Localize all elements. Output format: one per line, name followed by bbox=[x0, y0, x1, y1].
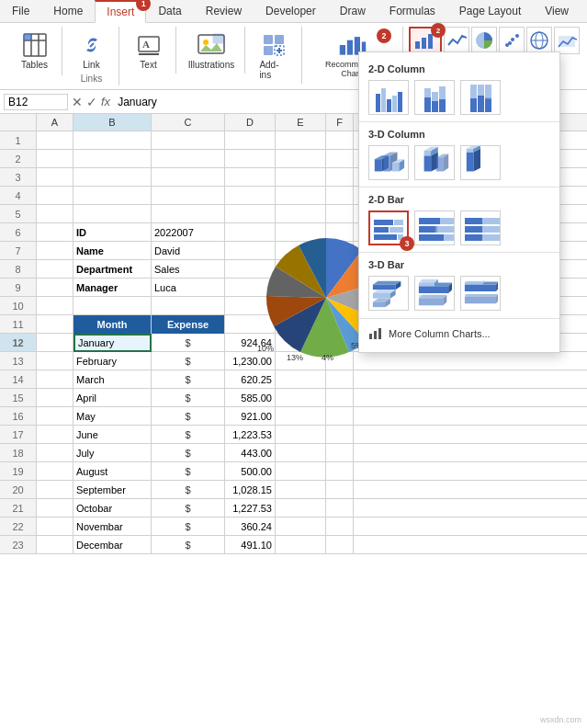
tab-page-layout[interactable]: Page Layout bbox=[447, 0, 533, 22]
cell-e22[interactable] bbox=[276, 518, 326, 536]
cell-b18[interactable]: July bbox=[73, 444, 152, 462]
stacked-bar-thumb[interactable] bbox=[414, 210, 455, 245]
cell-c17[interactable]: $ bbox=[152, 426, 225, 444]
cell-f15[interactable] bbox=[326, 389, 354, 407]
col-header-a[interactable]: A bbox=[37, 114, 73, 131]
tab-data[interactable]: Data bbox=[146, 0, 193, 22]
cell-f17[interactable] bbox=[326, 426, 354, 444]
cell-e5[interactable] bbox=[276, 205, 326, 223]
tab-file[interactable]: File bbox=[0, 0, 41, 22]
cell-c9[interactable]: Luca bbox=[152, 279, 225, 297]
cell-c14[interactable]: $ bbox=[152, 370, 225, 389]
cell-c2[interactable] bbox=[152, 150, 225, 168]
illustrations-button[interactable]: Illustrations bbox=[183, 28, 241, 72]
cell-c7[interactable]: David bbox=[152, 242, 225, 260]
cell-e21[interactable] bbox=[276, 499, 326, 518]
cell-b8[interactable]: Department bbox=[73, 260, 152, 279]
column-chart-button[interactable]: 2 bbox=[409, 27, 442, 54]
cell-b9[interactable]: Manager bbox=[73, 279, 152, 297]
col-header-c[interactable]: C bbox=[152, 114, 225, 131]
tables-button[interactable]: Tables bbox=[15, 28, 55, 72]
3d-clustered-bar-thumb[interactable] bbox=[368, 276, 409, 311]
cell-c3[interactable] bbox=[152, 168, 225, 187]
cell-b2[interactable] bbox=[73, 150, 152, 168]
cell-f23[interactable] bbox=[326, 536, 354, 554]
cell-f18[interactable] bbox=[326, 444, 354, 462]
cell-b1[interactable] bbox=[73, 131, 152, 150]
cell-a21[interactable] bbox=[37, 499, 73, 518]
cell-d5[interactable] bbox=[225, 205, 276, 223]
cell-c15[interactable]: $ bbox=[152, 389, 225, 407]
cell-f4[interactable] bbox=[326, 187, 354, 205]
cell-b11[interactable]: Month bbox=[73, 315, 152, 334]
cell-a8[interactable] bbox=[37, 260, 73, 279]
cell-d3[interactable] bbox=[225, 168, 276, 187]
cell-b3[interactable] bbox=[73, 168, 152, 187]
cell-c16[interactable]: $ bbox=[152, 407, 225, 426]
cell-b4[interactable] bbox=[73, 187, 152, 205]
cell-a4[interactable] bbox=[37, 187, 73, 205]
cell-f3[interactable] bbox=[326, 168, 354, 187]
cell-a6[interactable] bbox=[37, 223, 73, 242]
cell-b16[interactable]: May bbox=[73, 407, 152, 426]
tab-insert[interactable]: Insert 1 bbox=[95, 0, 146, 23]
cell-f14[interactable] bbox=[326, 370, 354, 389]
cell-e14[interactable] bbox=[276, 370, 326, 389]
cell-b14[interactable]: March bbox=[73, 370, 152, 389]
cell-b5[interactable] bbox=[73, 205, 152, 223]
cell-a7[interactable] bbox=[37, 242, 73, 260]
cell-f20[interactable] bbox=[326, 481, 354, 499]
cell-a5[interactable] bbox=[37, 205, 73, 223]
cell-d2[interactable] bbox=[225, 150, 276, 168]
cell-c21[interactable]: $ bbox=[152, 499, 225, 518]
cell-e23[interactable] bbox=[276, 536, 326, 554]
cell-c10[interactable] bbox=[152, 297, 225, 315]
cell-e2[interactable] bbox=[276, 150, 326, 168]
cell-b7[interactable]: Name bbox=[73, 242, 152, 260]
cell-a1[interactable] bbox=[37, 131, 73, 150]
cell-d17[interactable]: 1,223.53 bbox=[225, 426, 276, 444]
clustered-column-thumb[interactable] bbox=[368, 80, 409, 115]
col-header-f[interactable]: F bbox=[326, 114, 354, 131]
cell-b17[interactable]: June bbox=[73, 426, 152, 444]
3d-clustered-column-thumb[interactable] bbox=[368, 145, 409, 180]
cell-d4[interactable] bbox=[225, 187, 276, 205]
cell-b21[interactable]: Octobar bbox=[73, 499, 152, 518]
cell-d22[interactable]: 360.24 bbox=[225, 518, 276, 536]
cell-b15[interactable]: April bbox=[73, 389, 152, 407]
cell-a9[interactable] bbox=[37, 279, 73, 297]
clustered-bar-thumb[interactable]: 3 bbox=[368, 210, 409, 245]
cell-a16[interactable] bbox=[37, 407, 73, 426]
cell-c11[interactable]: Expense bbox=[152, 315, 225, 334]
cell-c19[interactable]: $ bbox=[152, 462, 225, 481]
link-button[interactable]: Link bbox=[72, 28, 112, 72]
cell-c6[interactable]: 2022007 bbox=[152, 223, 225, 242]
tab-developer[interactable]: Developer bbox=[254, 0, 328, 22]
tab-draw[interactable]: Draw bbox=[328, 0, 378, 22]
cell-e3[interactable] bbox=[276, 168, 326, 187]
100pct-bar-thumb[interactable] bbox=[460, 210, 501, 245]
cell-b23[interactable]: Decembar bbox=[73, 536, 152, 554]
cell-c12[interactable]: $ bbox=[152, 334, 225, 352]
cell-f16[interactable] bbox=[326, 407, 354, 426]
cell-e16[interactable] bbox=[276, 407, 326, 426]
cell-e18[interactable] bbox=[276, 444, 326, 462]
100pct-column-thumb[interactable] bbox=[460, 80, 501, 115]
cell-c23[interactable]: $ bbox=[152, 536, 225, 554]
cell-d14[interactable]: 620.25 bbox=[225, 370, 276, 389]
tab-review[interactable]: Review bbox=[194, 0, 254, 22]
cell-a20[interactable] bbox=[37, 481, 73, 499]
stacked-column-thumb[interactable] bbox=[414, 80, 455, 115]
addins-button[interactable]: Add-ins bbox=[254, 28, 294, 82]
cell-c13[interactable]: $ bbox=[152, 352, 225, 370]
cell-d21[interactable]: 1,227.53 bbox=[225, 499, 276, 518]
cell-c5[interactable] bbox=[152, 205, 225, 223]
cell-d16[interactable]: 921.00 bbox=[225, 407, 276, 426]
3d-stacked-column-thumb[interactable] bbox=[414, 145, 455, 180]
cell-a15[interactable] bbox=[37, 389, 73, 407]
tab-view[interactable]: View bbox=[533, 0, 581, 22]
cell-a22[interactable] bbox=[37, 518, 73, 536]
pie-chart-button[interactable] bbox=[471, 27, 497, 54]
cell-b12[interactable]: January bbox=[73, 334, 152, 352]
area-chart-button[interactable] bbox=[554, 27, 580, 54]
